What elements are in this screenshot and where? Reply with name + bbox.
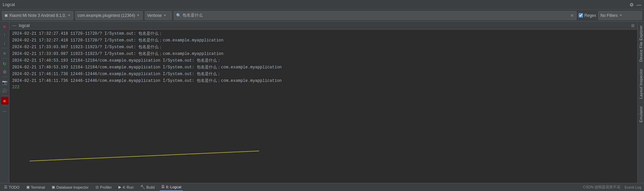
sidebar-btn-settings[interactable]: ⚙ (1, 68, 8, 75)
sidebar-separator-1 (2, 48, 8, 48)
right-panel-device-file-explorer[interactable]: Device File Explorer (638, 22, 644, 65)
event-log-text[interactable]: Event Log (624, 185, 641, 189)
status-run[interactable]: ▶ 4: Run (117, 184, 135, 191)
window-title: Logcat (3, 2, 15, 7)
process-selector[interactable]: com.example.plugintest (12364) ▼ (75, 11, 143, 20)
sidebar-btn-stop[interactable]: ■ (1, 97, 8, 104)
build-icon: 🔨 (140, 185, 145, 189)
run-label: 4: Run (122, 185, 133, 189)
svg-line-0 (30, 151, 259, 161)
filter-selector[interactable]: No Filters ▼ (598, 11, 642, 20)
log-entries: 2024-02-21 17:32:27.418 11720-11720/? I/… (9, 30, 637, 183)
log-entry: 2024-02-21 17:33:03.987 11923-11923/? I/… (9, 44, 637, 51)
title-bar-controls: ⚙ — (629, 2, 641, 7)
build-label: Build (146, 185, 155, 189)
log-entry: 2024-02-21 17:40:53.193 12184-12184/com.… (9, 64, 637, 71)
log-area: — logcat ⊞ 2024-02-21 17:32:27.418 11720… (9, 22, 637, 183)
sidebar-separator-4 (2, 95, 8, 96)
sidebar-btn-scroll-up[interactable]: ↑ (1, 31, 8, 38)
log-expand-icon[interactable]: ⊞ (631, 23, 635, 28)
profiler-icon: ◎ (95, 185, 99, 189)
log-entry: 2024-02-21 17:46:11.736 12446-12446/com.… (9, 77, 637, 84)
status-todo[interactable]: ☰ TODO (3, 184, 21, 191)
log-entry: 2024-02-21 17:32:27.418 11720-11720/? I/… (9, 30, 637, 37)
status-terminal[interactable]: ▣ Terminal (25, 184, 47, 191)
log-entry: 2024-02-21 17:32:27.418 11720-11720/? I/… (9, 37, 637, 44)
right-panel-emulator[interactable]: Emulator (638, 102, 644, 126)
search-bar: 🔍 ✕ (174, 11, 577, 20)
csdn-text: CSDN @我是花骨不花 (583, 185, 620, 190)
toolbar: ▣ Xiaomi Mi Note 3 Android 8.1.0, ▼ com.… (0, 9, 644, 22)
terminal-label: Terminal (31, 185, 45, 189)
device-dropdown-arrow: ▼ (67, 13, 71, 17)
logcat-label: 6: Logcat (166, 185, 181, 189)
sidebar-btn-format[interactable]: ≡ (1, 50, 8, 57)
search-icon: 🔍 (176, 13, 181, 18)
status-left: ☰ TODO ▣ Terminal ▣ Database Inspector ◎… (3, 184, 183, 191)
status-build[interactable]: 🔨 Build (139, 184, 156, 191)
sidebar-separator-3 (2, 77, 8, 77)
left-sidebar: ✕ ↑ ↓ ≡ ↻ ⚙ 📷 🎥 ■ ⋯ (0, 22, 9, 183)
status-bar: ☰ TODO ▣ Terminal ▣ Database Inspector ◎… (0, 183, 644, 191)
sidebar-btn-restart[interactable]: ↻ (1, 60, 8, 67)
log-entry: 2024-02-21 17:46:11.736 12446-12446/com.… (9, 71, 637, 77)
device-selector[interactable]: ▣ Xiaomi Mi Note 3 Android 8.1.0, ▼ (2, 11, 73, 20)
profiler-label: Profiler (100, 185, 112, 189)
right-panel-layout-inspector[interactable]: Layout Inspector (638, 65, 644, 102)
sidebar-btn-expand[interactable]: ⋯ (1, 107, 8, 115)
terminal-icon: ▣ (26, 185, 30, 189)
log-entry: 2024-02-21 17:33:03.987 11923-11923/? I/… (9, 51, 637, 57)
status-database-inspector[interactable]: ▣ Database Inspector (50, 184, 90, 191)
sidebar-separator-2 (2, 58, 8, 59)
regex-checkbox[interactable] (579, 13, 583, 18)
database-inspector-label: Database Inspector (56, 185, 88, 189)
todo-icon: ☰ (4, 185, 7, 189)
sidebar-btn-video[interactable]: 🎥 (1, 87, 8, 94)
log-entry: 2024-02-21 17:40:53.193 12184-12184/com.… (9, 57, 637, 64)
run-icon: ▶ (118, 185, 121, 189)
yellow-line (30, 149, 266, 163)
log-header: — logcat ⊞ (9, 22, 637, 30)
todo-label: TODO (9, 185, 20, 189)
logcat-icon: ☰ (161, 185, 165, 189)
log-level-selector[interactable]: Verbose ▼ (145, 11, 172, 20)
sidebar-separator-5 (2, 106, 8, 106)
sidebar-btn-clear[interactable]: ✕ (1, 23, 8, 30)
process-dropdown-arrow: ▼ (136, 13, 140, 17)
sidebar-btn-scroll-down[interactable]: ↓ (1, 39, 8, 46)
status-logcat[interactable]: ☰ 6: Logcat (160, 184, 183, 191)
search-clear-icon[interactable]: ✕ (570, 13, 574, 18)
status-profiler[interactable]: ◎ Profiler (94, 184, 113, 191)
database-inspector-icon: ▣ (52, 185, 55, 189)
search-input[interactable] (183, 13, 569, 18)
sidebar-btn-camera[interactable]: 📷 (1, 78, 8, 86)
title-bar: Logcat ⚙ — (0, 0, 644, 9)
settings-icon[interactable]: ⚙ (629, 2, 634, 7)
level-dropdown-arrow: ▼ (163, 13, 167, 17)
filter-dropdown-arrow: ▼ (619, 13, 622, 17)
log-header-title: — logcat (12, 23, 30, 28)
main-content: ✕ ↑ ↓ ≡ ↻ ⚙ 📷 🎥 ■ ⋯ — logcat ⊞ 2024-02-2… (0, 22, 644, 183)
minimize-icon[interactable]: — (637, 2, 641, 7)
right-panels: Device File Explorer Layout Inspector Em… (637, 22, 644, 183)
status-right: CSDN @我是花骨不花 Event Log (583, 185, 641, 190)
regex-label[interactable]: Regex (579, 13, 596, 18)
log-222: 222 (9, 84, 637, 90)
